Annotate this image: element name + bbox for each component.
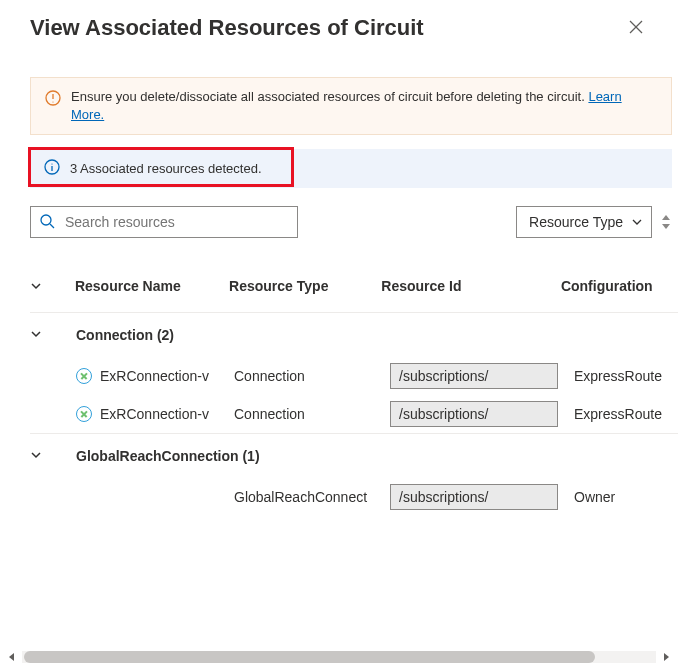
group-label: Connection (2)	[76, 327, 174, 343]
dropdown-label: Resource Type	[529, 214, 623, 230]
connection-icon	[76, 406, 92, 422]
info-text: 3 Associated resources detected.	[70, 161, 262, 176]
configuration-value: ExpressRoute	[574, 368, 662, 384]
page-title: View Associated Resources of Circuit	[30, 15, 424, 41]
resource-type: GlobalReachConnect	[234, 489, 390, 505]
resource-name: ExRConnection-v	[100, 368, 209, 384]
sort-toggle[interactable]	[660, 214, 672, 230]
table-group-row[interactable]: Connection (2)	[30, 312, 678, 357]
svg-line-9	[50, 224, 54, 228]
table-row[interactable]: ExRConnection-v Connection /subscription…	[30, 395, 678, 433]
table-row[interactable]: GlobalReachConnect /subscriptions/ Owner	[30, 478, 678, 516]
resource-type: Connection	[234, 368, 390, 384]
table-group-row[interactable]: GlobalReachConnection (1)	[30, 433, 678, 478]
warning-banner: Ensure you delete/dissociate all associa…	[30, 77, 672, 135]
svg-marker-13	[664, 653, 669, 661]
sort-down-icon	[660, 223, 672, 230]
table-header: Resource Name Resource Type Resource Id …	[30, 278, 678, 312]
svg-marker-11	[662, 224, 670, 229]
warning-message: Ensure you delete/dissociate all associa…	[71, 89, 585, 104]
resource-id-field[interactable]: /subscriptions/	[390, 484, 558, 510]
column-header-id[interactable]: Resource Id	[381, 278, 561, 294]
scroll-thumb[interactable]	[24, 651, 595, 663]
chevron-down-icon	[631, 216, 643, 228]
info-icon	[44, 159, 60, 178]
resource-id-field[interactable]: /subscriptions/	[390, 401, 558, 427]
connection-icon	[76, 368, 92, 384]
configuration-value: ExpressRoute	[574, 406, 662, 422]
info-banner: 3 Associated resources detected.	[30, 149, 672, 188]
warning-text: Ensure you delete/dissociate all associa…	[71, 88, 657, 124]
svg-point-8	[41, 215, 51, 225]
resource-id-field[interactable]: /subscriptions/	[390, 363, 558, 389]
column-header-name[interactable]: Resource Name	[75, 278, 229, 294]
column-header-configuration[interactable]: Configuration	[561, 278, 678, 294]
search-icon	[39, 213, 55, 232]
scroll-right-icon[interactable]	[660, 651, 672, 663]
column-header-type[interactable]: Resource Type	[229, 278, 381, 294]
svg-marker-12	[9, 653, 14, 661]
chevron-down-icon[interactable]	[30, 280, 42, 292]
close-button[interactable]	[624, 16, 648, 40]
chevron-down-icon	[30, 327, 42, 343]
table-row[interactable]: ExRConnection-v Connection /subscription…	[30, 357, 678, 395]
chevron-down-icon	[30, 448, 42, 464]
svg-point-6	[51, 164, 52, 165]
svg-marker-10	[662, 215, 670, 220]
search-box[interactable]	[30, 206, 298, 238]
svg-point-4	[52, 101, 53, 102]
warning-icon	[45, 90, 61, 109]
configuration-value: Owner	[574, 489, 615, 505]
sort-up-icon	[660, 214, 672, 221]
horizontal-scrollbar[interactable]	[6, 648, 672, 666]
scroll-track[interactable]	[22, 651, 656, 663]
resource-table: Resource Name Resource Type Resource Id …	[30, 278, 678, 548]
resource-type-dropdown[interactable]: Resource Type	[516, 206, 652, 238]
scroll-left-icon[interactable]	[6, 651, 18, 663]
resource-type: Connection	[234, 406, 390, 422]
resource-name: ExRConnection-v	[100, 406, 209, 422]
close-icon	[629, 20, 643, 37]
search-input[interactable]	[65, 214, 289, 230]
group-label: GlobalReachConnection (1)	[76, 448, 260, 464]
